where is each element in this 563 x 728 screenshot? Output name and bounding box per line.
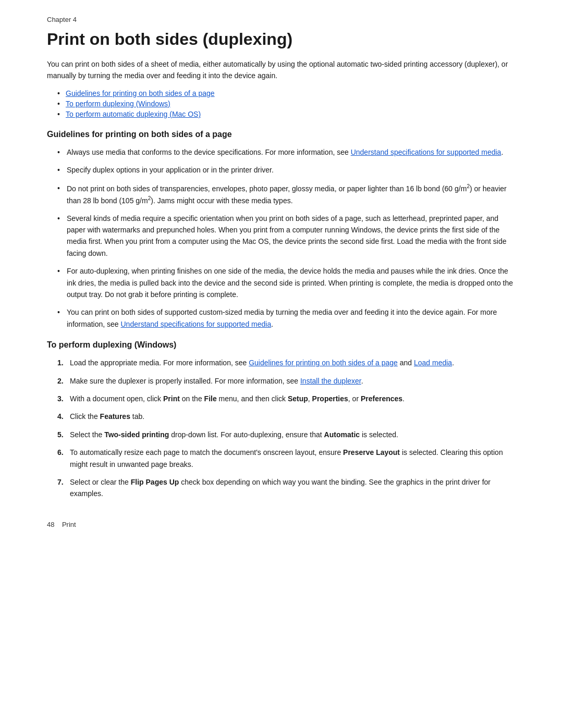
guidelines-heading: Guidelines for printing on both sides of… [47, 130, 516, 139]
toc-link-guidelines[interactable]: Guidelines for printing on both sides of… [66, 89, 215, 97]
list-item: Do not print on both sides of transparen… [57, 182, 516, 206]
page-number: 48 [47, 521, 54, 528]
toc-link-windows[interactable]: To perform duplexing (Windows) [66, 100, 170, 108]
toc-item-1: Guidelines for printing on both sides of… [57, 89, 516, 97]
load-media-link[interactable]: Load media [414, 359, 452, 367]
footer-section: Print [62, 521, 76, 528]
list-item: With a document open, click Print on the… [57, 393, 516, 404]
toc-item-2: To perform duplexing (Windows) [57, 100, 516, 108]
guidelines-link[interactable]: Guidelines for printing on both sides of… [249, 359, 398, 367]
guidelines-list: Always use media that conforms to the de… [57, 146, 516, 330]
page-footer: 48 Print [47, 521, 516, 528]
list-item: Always use media that conforms to the de… [57, 146, 516, 158]
list-item: For auto-duplexing, when printing finish… [57, 265, 516, 300]
understand-specs-link-2[interactable]: Understand specifications for supported … [121, 320, 272, 328]
intro-paragraph: You can print on both sides of a sheet o… [47, 58, 516, 82]
list-item: You can print on both sides of supported… [57, 306, 516, 330]
toc-list: Guidelines for printing on both sides of… [57, 89, 516, 118]
list-item: Make sure the duplexer is properly insta… [57, 375, 516, 387]
windows-steps-list: Load the appropriate media. For more inf… [57, 357, 516, 500]
list-item: Click the Features tab. [57, 411, 516, 422]
toc-link-macos[interactable]: To perform automatic duplexing (Mac OS) [66, 110, 201, 118]
list-item: Select the Two-sided printing drop-down … [57, 429, 516, 440]
toc-item-3: To perform automatic duplexing (Mac OS) [57, 110, 516, 118]
page-title: Print on both sides (duplexing) [47, 30, 516, 49]
list-item: To automatically resize each page to mat… [57, 447, 516, 470]
chapter-label: Chapter 4 [47, 16, 516, 23]
understand-specs-link-1[interactable]: Understand specifications for supported … [351, 148, 501, 156]
list-item: Load the appropriate media. For more inf… [57, 357, 516, 368]
list-item: Select or clear the Flip Pages Up check … [57, 476, 516, 500]
list-item: Several kinds of media require a specifi… [57, 213, 516, 260]
list-item: Specify duplex options in your applicati… [57, 164, 516, 176]
windows-heading: To perform duplexing (Windows) [47, 340, 516, 350]
install-duplexer-link[interactable]: Install the duplexer [300, 377, 361, 385]
